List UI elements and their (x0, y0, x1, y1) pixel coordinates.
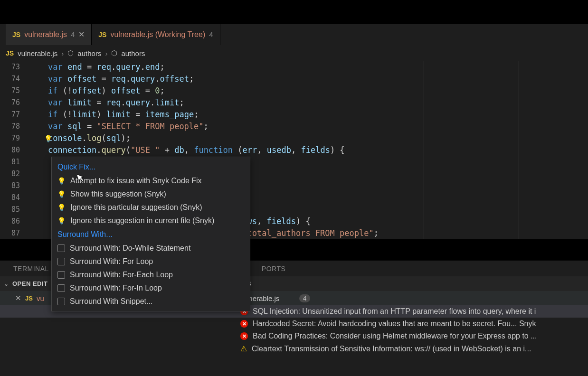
chevron-right-icon: › (61, 49, 64, 57)
breadcrumb-file[interactable]: vulnerable.js (18, 49, 57, 57)
line-number: 78 (0, 121, 28, 132)
line-number: 83 (0, 180, 28, 192)
symbol-icon: ⬡ (67, 49, 74, 57)
problem-item[interactable]: ✕ Bad Coding Practices: Consider using H… (0, 330, 588, 342)
lightbulb-icon: 💡 (57, 177, 66, 185)
popup-item-label: Show this suggestion (Snyk) (70, 190, 166, 198)
checkbox-icon (57, 271, 65, 279)
popup-item-label: Surround With: Do-While Statement (70, 244, 190, 253)
code-line[interactable]: 80 connection.query("USE " + db, functio… (0, 144, 588, 156)
code-content[interactable]: if (!limit) limit = items_page; (28, 109, 588, 121)
close-icon[interactable]: ✕ (78, 30, 85, 39)
breadcrumb-symbol[interactable]: authors (121, 49, 145, 57)
tab-label: vulnerable.js (24, 30, 67, 39)
popup-item-label: Surround With: For Loop (70, 257, 153, 266)
line-number: 87 (0, 227, 28, 239)
symbol-icon: ⬡ (111, 49, 117, 57)
problem-text: SQL Injection: Unsanitized input from an… (253, 307, 536, 316)
quickfix-ignore-suggestion[interactable]: 💡 Ignore this particular suggestion (Sny… (52, 201, 250, 214)
popup-item-label: Surround With: For-In Loop (70, 284, 162, 292)
checkbox-icon (57, 244, 65, 252)
chevron-down-icon: ⌄ (4, 281, 9, 287)
code-content[interactable]: var limit = req.query.limit; (28, 97, 588, 109)
code-content[interactable]: var end = req.query.end; (28, 61, 588, 73)
error-icon: ✕ (240, 332, 248, 340)
js-file-icon: JS (25, 295, 33, 302)
code-line[interactable]: 78 var sql = "SELECT * FROM people"; (0, 121, 588, 132)
tab-vulnerable-js[interactable]: JS vulnerable.js 4 ✕ (6, 24, 92, 45)
error-icon: ✕ (240, 320, 248, 328)
code-line[interactable]: 74 var offset = req.query.offset; (0, 73, 588, 85)
editor-ruler (519, 61, 519, 239)
lightbulb-icon: 💡 (57, 204, 66, 211)
tab-vulnerable-working-tree[interactable]: JS vulnerable.js (Working Tree) 4 (92, 24, 220, 45)
line-number: 74 (0, 73, 28, 85)
popup-item-label: Surround With Snippet... (70, 297, 152, 306)
surround-for-in[interactable]: Surround With: For-In Loop (52, 282, 250, 295)
line-number: 76 (0, 97, 28, 109)
popup-item-label: Attempt to fix issue with Snyk Code Fix (70, 177, 202, 185)
tab-problem-count: 4 (71, 30, 75, 38)
line-number: 84 (0, 192, 28, 204)
section-label: OPEN EDIT (12, 280, 48, 287)
code-line[interactable]: 73 var end = req.query.end; (0, 61, 588, 73)
line-number: 79 (0, 132, 28, 144)
quickfix-ignore-in-file[interactable]: 💡 Ignore this suggestion in current file… (52, 214, 250, 227)
code-content[interactable]: connection.query("USE " + db, function (… (28, 144, 588, 156)
js-file-icon: JS (12, 31, 20, 38)
code-content[interactable]: var sql = "SELECT * FROM people"; (28, 121, 588, 132)
line-number: 80 (0, 144, 28, 156)
surround-snippet[interactable]: Surround With Snippet... (52, 295, 250, 308)
popup-section-header: Surround With... (52, 227, 250, 242)
code-line[interactable]: 77 if (!limit) limit = items_page; (0, 109, 588, 121)
tab-problem-count: 4 (209, 30, 213, 38)
panel-tab-ports[interactable]: PORTS (262, 265, 285, 273)
tab-label: vulnerable.js (Working Tree) (110, 30, 205, 39)
problem-count-badge: 4 (299, 294, 310, 302)
problem-text: Hardcoded Secret: Avoid hardcoding value… (253, 320, 536, 328)
lightbulb-icon: 💡 (57, 190, 66, 198)
problem-item[interactable]: ✕ Hardcoded Secret: Avoid hardcoding val… (0, 318, 588, 330)
checkbox-icon (57, 258, 65, 265)
quickfix-show-suggestion[interactable]: 💡 Show this suggestion (Snyk) (52, 188, 250, 201)
breadcrumb-symbol[interactable]: authors (77, 49, 101, 57)
problem-item[interactable]: ⚠ Cleartext Transmission of Sensitive In… (0, 342, 588, 355)
checkbox-icon (57, 284, 65, 292)
panel-tab-terminal[interactable]: TERMINAL (13, 265, 49, 273)
problem-text: Cleartext Transmission of Sensitive Info… (252, 345, 531, 353)
popup-item-label: Ignore this particular suggestion (Snyk) (70, 203, 202, 212)
lightbulb-icon[interactable]: 💡 (44, 133, 52, 145)
line-number: 73 (0, 61, 28, 73)
line-number: 86 (0, 216, 28, 227)
code-line[interactable]: 75 if (!offset) offset = 0; (0, 85, 588, 97)
checkbox-icon (57, 298, 65, 305)
close-icon[interactable]: ✕ (15, 294, 21, 302)
line-number: 77 (0, 109, 28, 121)
code-content[interactable]: var offset = req.query.offset; (28, 73, 588, 85)
surround-do-while[interactable]: Surround With: Do-While Statement (52, 242, 250, 255)
warning-icon: ⚠ (240, 344, 247, 353)
problem-file-name: lnerable.js (247, 294, 279, 302)
surround-for-each[interactable]: Surround With: For-Each Loop (52, 268, 250, 282)
file-name: vu (37, 294, 44, 302)
breadcrumb[interactable]: JS vulnerable.js › ⬡ authors › ⬡ authors (0, 45, 588, 61)
line-number: 85 (0, 204, 28, 216)
code-content[interactable]: if (!offset) offset = 0; (28, 85, 588, 97)
code-content[interactable]: console.log(sql); (28, 132, 588, 144)
surround-for-loop[interactable]: Surround With: For Loop (52, 255, 250, 268)
popup-item-label: Ignore this suggestion in current file (… (70, 216, 214, 225)
js-file-icon: JS (6, 49, 14, 57)
line-number: 82 (0, 168, 28, 180)
code-line[interactable]: 79 console.log(sql); (0, 132, 588, 144)
line-number: 81 (0, 156, 28, 168)
editor-tabs-bar: JS vulnerable.js 4 ✕ JS vulnerable.js (W… (0, 24, 588, 45)
code-line[interactable]: 76 var limit = req.query.limit; (0, 97, 588, 109)
editor-ruler (424, 61, 424, 239)
lightbulb-icon: 💡 (57, 217, 66, 225)
problem-text: Bad Coding Practices: Consider using Hel… (253, 332, 537, 340)
js-file-icon: JS (98, 31, 106, 38)
line-number: 75 (0, 85, 28, 97)
chevron-right-icon: › (105, 49, 107, 57)
popup-item-label: Surround With: For-Each Loop (70, 271, 173, 279)
